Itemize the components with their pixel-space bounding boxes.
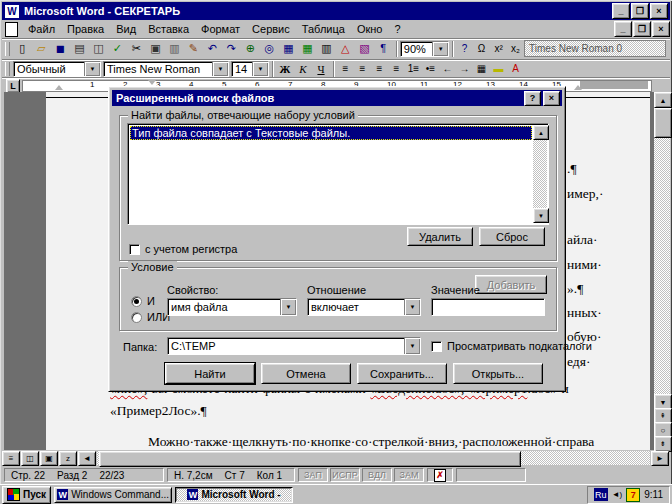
zoom-combobox[interactable]: 90% ▼ — [400, 41, 449, 57]
decrease-indent-icon[interactable]: ← — [439, 61, 456, 76]
save-search-button[interactable]: Сохранить... — [357, 363, 447, 384]
tray-app-icon[interactable]: 7 — [626, 488, 640, 502]
radio-icon[interactable] — [131, 296, 142, 307]
spelling-status-icon[interactable]: ✗ — [434, 469, 446, 482]
scroll-up-icon[interactable]: ▲ — [654, 92, 672, 108]
undo-icon[interactable]: ↶ — [203, 40, 222, 57]
taskbar-task-button[interactable]: W Windows Command... — [54, 487, 172, 503]
scroll-up-icon[interactable]: ▲ — [533, 125, 549, 140]
toolbar-grip[interactable] — [5, 42, 10, 56]
chevron-down-icon[interactable]: ▼ — [280, 299, 296, 315]
show-paragraph-marks-icon[interactable]: ¶ — [374, 40, 393, 57]
dialog-title-bar[interactable]: Расширенный поиск файлов ? × — [112, 90, 562, 106]
doc-close-icon[interactable]: × — [652, 21, 670, 37]
chevron-down-icon[interactable]: ▼ — [252, 62, 268, 76]
font-combobox[interactable]: Times New Roman ▼ — [103, 61, 229, 77]
speaker-icon[interactable]: ◄) — [612, 490, 623, 499]
chevron-down-icon[interactable]: ▼ — [404, 338, 420, 354]
chevron-down-icon[interactable]: ▼ — [84, 62, 100, 76]
taskbar-task-button[interactable]: W Microsoft Word - — [175, 487, 293, 503]
insert-hyperlink-icon[interactable]: ⊕ — [241, 40, 260, 57]
menu-item[interactable]: Таблица — [296, 21, 351, 37]
highlight-icon[interactable]: ▬ — [490, 61, 507, 76]
chevron-down-icon[interactable]: ▼ — [404, 299, 420, 315]
align-center-icon[interactable]: ≡ — [354, 61, 371, 76]
bold-button[interactable]: Ж — [276, 61, 294, 77]
criteria-list[interactable]: Тип файла совпадает с Текстовые файлы. ▲… — [127, 123, 549, 225]
print-icon[interactable]: ▤ — [70, 40, 89, 57]
insert-picture-icon[interactable]: ▧ — [355, 40, 374, 57]
font-size-combobox[interactable]: 14 ▼ — [231, 61, 269, 77]
menu-item[interactable]: Правка — [61, 21, 110, 37]
bulleted-list-icon[interactable]: •≡ — [422, 61, 439, 76]
radio-icon[interactable] — [131, 312, 142, 323]
tab-selector[interactable]: L — [6, 79, 20, 93]
chevron-down-icon[interactable]: ▼ — [212, 62, 228, 76]
menu-item[interactable]: ? — [388, 21, 406, 37]
cancel-button[interactable]: Отмена — [261, 363, 351, 384]
radio-or[interactable]: ИЛИ — [131, 311, 170, 323]
status-indicator[interactable]: ВДЛ — [362, 468, 392, 482]
copy-icon[interactable]: ▣ — [146, 40, 165, 57]
doc-restore-icon[interactable]: ❐ — [633, 21, 651, 37]
paste-icon[interactable]: ▥ — [165, 40, 184, 57]
doc-minimize-icon[interactable]: _ — [614, 21, 632, 37]
horizontal-scrollbar[interactable]: ≡ ◫ ▣ z ◄ ► — [2, 450, 670, 466]
toolbar-grip[interactable] — [5, 62, 10, 76]
vertical-scrollbar[interactable]: ▲ ▼ ⇞ ○ ⇟ — [654, 92, 670, 450]
scroll-left-icon[interactable]: ◄ — [78, 451, 96, 466]
status-indicator[interactable]: ЗАП — [298, 468, 328, 482]
language-indicator[interactable]: Ru — [594, 488, 608, 501]
cut-icon[interactable]: ✂ — [127, 40, 146, 57]
superscript-icon[interactable]: x² — [490, 41, 507, 56]
delete-button[interactable]: Удалить — [407, 227, 473, 246]
close-icon[interactable]: × — [650, 3, 668, 19]
scroll-down-icon[interactable]: ▼ — [533, 208, 549, 223]
page-layout-view-icon[interactable]: ▣ — [40, 451, 58, 466]
first-line-indent-marker[interactable] — [148, 80, 156, 85]
web-toolbar-icon[interactable]: ◎ — [260, 40, 279, 57]
subfolders-checkbox[interactable]: Просматривать подкаталоги — [431, 340, 592, 352]
menu-item[interactable]: Файл — [22, 21, 61, 37]
numbered-list-icon[interactable]: 1≡ — [405, 61, 422, 76]
help-icon[interactable]: ? — [456, 41, 473, 56]
help-icon[interactable]: ? — [524, 91, 541, 106]
subscript-icon[interactable]: x₂ — [507, 41, 524, 56]
columns-icon[interactable]: ▥ — [317, 40, 336, 57]
insert-symbol-icon[interactable]: Ω — [473, 41, 490, 56]
align-right-icon[interactable]: ≡ — [371, 61, 388, 76]
menu-item[interactable]: Формат — [195, 21, 246, 37]
open-search-button[interactable]: Открыть... — [453, 363, 543, 384]
style-combobox[interactable]: Обычный ▼ — [13, 61, 101, 77]
property-combobox[interactable]: имя файла ▼ — [167, 298, 297, 316]
value-input[interactable] — [431, 298, 545, 316]
format-painter-icon[interactable]: ✎ — [184, 40, 203, 57]
start-button[interactable]: Пуск — [2, 486, 51, 504]
insert-excel-table-icon[interactable]: ▦ — [298, 40, 317, 57]
align-left-icon[interactable]: ≡ — [337, 61, 354, 76]
justify-icon[interactable]: ≡ — [388, 61, 405, 76]
relation-combobox[interactable]: включает ▼ — [307, 298, 421, 316]
normal-view-icon[interactable]: ≡ — [2, 451, 20, 466]
vertical-scroll-thumb[interactable] — [654, 108, 672, 138]
save-icon[interactable]: ◼ — [51, 40, 70, 57]
reset-button[interactable]: Сброс — [479, 227, 545, 246]
find-button[interactable]: Найти — [165, 363, 255, 384]
close-icon[interactable]: × — [543, 91, 560, 106]
chevron-down-icon[interactable]: ▼ — [432, 42, 448, 56]
radio-and[interactable]: И — [131, 295, 155, 307]
left-indent-marker[interactable] — [55, 85, 63, 90]
online-layout-view-icon[interactable]: ◫ — [21, 451, 39, 466]
underline-button[interactable]: Ч — [312, 61, 330, 77]
menu-item[interactable]: Вставка — [142, 21, 195, 37]
status-indicator[interactable]: ЗАМ — [394, 468, 424, 482]
checkbox-icon[interactable] — [431, 341, 442, 352]
print-preview-icon[interactable]: ◫ — [89, 40, 108, 57]
minimize-icon[interactable]: _ — [612, 3, 630, 19]
redo-icon[interactable]: ↷ — [222, 40, 241, 57]
increase-indent-icon[interactable]: → — [456, 61, 473, 76]
font-color-icon[interactable]: А — [507, 61, 524, 76]
maximize-icon[interactable]: ❐ — [631, 3, 649, 19]
menu-item[interactable]: Сервис — [246, 21, 296, 37]
spelling-icon[interactable]: ✓ — [108, 40, 127, 57]
